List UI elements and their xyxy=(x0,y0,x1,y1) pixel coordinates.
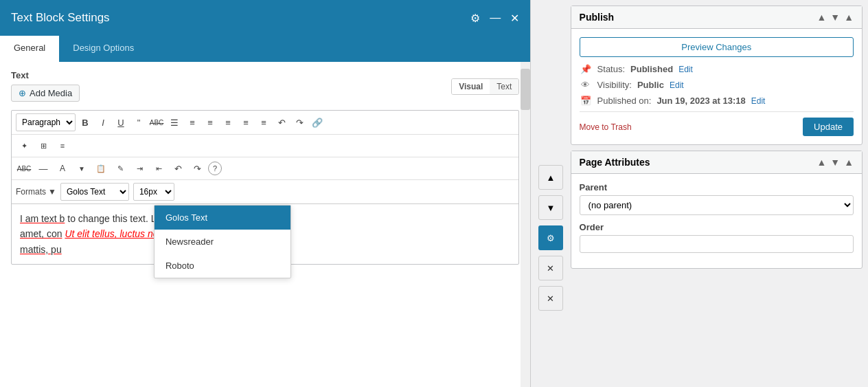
text-content-5: mattis, pu xyxy=(20,244,62,255)
underline-button[interactable]: U xyxy=(113,114,129,131)
close-middle-button2[interactable]: ✕ xyxy=(538,286,563,311)
italic-button[interactable]: I xyxy=(95,114,111,131)
text-content-3: amet, con xyxy=(20,228,62,239)
update-button[interactable]: Update xyxy=(803,118,854,136)
toolbar-row-2: ✦ ⊞ ≡ xyxy=(12,135,518,157)
indent-button[interactable]: ⇥ xyxy=(131,160,148,177)
scrollbar[interactable] xyxy=(521,62,530,387)
status-label: Status: xyxy=(597,64,625,74)
arrow-up-button[interactable]: ▲ xyxy=(538,165,563,190)
arrow-down-button[interactable]: ▼ xyxy=(538,195,563,220)
visibility-edit-link[interactable]: Edit xyxy=(670,80,684,90)
published-label: Published on: xyxy=(597,96,652,106)
toolbar-row-1: Paragraph Heading 1 Heading 2 B I U " AB… xyxy=(12,111,518,135)
publish-footer: Move to Trash Update xyxy=(580,111,854,136)
panel-header: Text Block Settings ⚙ — ✕ xyxy=(0,0,530,36)
ordered-list-button[interactable]: ≡ xyxy=(184,114,201,131)
attr-collapse-up[interactable]: ▲ xyxy=(816,157,826,168)
add-media-label: Add Media xyxy=(30,88,72,98)
published-edit-link[interactable]: Edit xyxy=(751,96,766,106)
font-option-golos[interactable]: Golos Text xyxy=(155,206,290,230)
page-attr-header-icons: ▲ ▼ ▲ xyxy=(816,157,854,168)
font-select[interactable]: Golos Text Newsreader Roboto xyxy=(60,183,129,201)
gear-button[interactable]: ⚙ xyxy=(538,225,563,250)
page-attr-box-body: Parent (no parent) Order xyxy=(571,174,862,268)
scrollbar-thumb[interactable] xyxy=(521,69,530,110)
add-media-icon: ⊕ xyxy=(19,88,26,98)
page-attr-title: Page Attributes xyxy=(580,157,650,168)
special3-button[interactable]: ≡ xyxy=(54,137,71,154)
settings-icon[interactable]: ⚙ xyxy=(470,12,480,25)
link-button[interactable]: 🔗 xyxy=(309,114,326,131)
collapse-up-icon[interactable]: ▲ xyxy=(816,12,826,23)
text-content-1: I am text b xyxy=(20,213,65,224)
eye-icon: 👁 xyxy=(580,80,592,90)
order-input[interactable] xyxy=(580,235,854,253)
visibility-row: 👁 Visibility: Public Edit xyxy=(580,80,854,90)
hr-button[interactable]: — xyxy=(35,160,52,177)
align-left-button[interactable]: ≡ xyxy=(202,114,218,131)
visual-tab[interactable]: Visual xyxy=(452,79,490,94)
middle-column: ▲ ▼ ⚙ ✕ ✕ xyxy=(531,0,570,387)
move-to-trash-link[interactable]: Move to Trash xyxy=(580,122,632,132)
special1-button[interactable]: ✦ xyxy=(16,137,32,154)
collapse-down-icon[interactable]: ▼ xyxy=(830,12,840,23)
align-center-button[interactable]: ≡ xyxy=(220,114,236,131)
preview-changes-button[interactable]: Preview Changes xyxy=(580,37,854,57)
pin-icon: 📌 xyxy=(580,64,592,74)
panel-header-icons: ⚙ — ✕ xyxy=(470,12,519,25)
undo2-button[interactable]: ↶ xyxy=(170,160,186,177)
size-select[interactable]: 16px 12px 14px 18px 24px xyxy=(133,183,174,201)
align-right-button[interactable]: ≡ xyxy=(238,114,254,131)
publish-box: Publish ▲ ▼ ▲ Preview Changes 📌 Status: … xyxy=(571,5,863,145)
status-row: 📌 Status: Published Edit xyxy=(580,64,854,74)
publish-title: Publish xyxy=(580,12,615,23)
page-attributes-box: Page Attributes ▲ ▼ ▲ Parent (no parent)… xyxy=(571,151,863,269)
text-tab[interactable]: Text xyxy=(490,79,518,94)
font-option-newsreader[interactable]: Newsreader xyxy=(155,230,290,254)
status-edit-link[interactable]: Edit xyxy=(678,65,693,74)
published-row: 📅 Published on: Jun 19, 2023 at 13:18 Ed… xyxy=(580,96,854,106)
minimize-icon[interactable]: — xyxy=(490,12,501,24)
eraser-button[interactable]: ✎ xyxy=(112,160,128,177)
font-dropdown-container: Golos Text Newsreader Roboto Golos Text … xyxy=(60,183,129,201)
attr-expand[interactable]: ▲ xyxy=(844,157,854,168)
publish-box-header: Publish ▲ ▼ ▲ xyxy=(571,6,862,29)
visibility-value: Public xyxy=(637,80,664,90)
tabs-row: General Design Options xyxy=(0,36,530,62)
quote-button[interactable]: " xyxy=(130,114,147,131)
page-attr-box-header: Page Attributes ▲ ▼ ▲ xyxy=(571,151,862,174)
tab-general[interactable]: General xyxy=(0,36,59,62)
bold-button[interactable]: B xyxy=(77,114,93,131)
parent-label: Parent xyxy=(580,182,854,192)
expand-icon[interactable]: ▲ xyxy=(844,12,854,23)
attr-collapse-down[interactable]: ▼ xyxy=(830,157,840,168)
font-color-button[interactable]: A xyxy=(54,160,71,177)
undo-button[interactable]: ↶ xyxy=(273,114,290,131)
strikethrough2-button[interactable]: ABC xyxy=(16,160,32,177)
redo-button[interactable]: ↷ xyxy=(291,114,308,131)
formats-button[interactable]: Formats ▼ xyxy=(16,187,56,197)
paragraph-select[interactable]: Paragraph Heading 1 Heading 2 xyxy=(16,113,76,131)
paste-button[interactable]: 📋 xyxy=(93,160,109,177)
redo2-button[interactable]: ↷ xyxy=(189,160,205,177)
align-justify-button[interactable]: ≡ xyxy=(255,114,272,131)
publish-box-body: Preview Changes 📌 Status: Published Edit… xyxy=(571,29,862,144)
special2-button[interactable]: ⊞ xyxy=(35,137,52,154)
indent-left-button[interactable]: ⇤ xyxy=(150,160,167,177)
parent-select[interactable]: (no parent) xyxy=(580,195,854,215)
help-button[interactable]: ? xyxy=(208,162,222,175)
calendar-icon: 📅 xyxy=(580,96,592,106)
add-media-button[interactable]: ⊕ Add Media xyxy=(11,85,80,102)
editor-area: Paragraph Heading 1 Heading 2 B I U " AB… xyxy=(11,110,519,265)
close-icon[interactable]: ✕ xyxy=(510,12,519,25)
tab-design-options[interactable]: Design Options xyxy=(59,36,148,62)
close-middle-button[interactable]: ✕ xyxy=(538,256,563,280)
unordered-list-button[interactable]: ☰ xyxy=(166,114,183,131)
formats-label: Formats xyxy=(16,187,46,197)
published-value: Jun 19, 2023 at 13:18 xyxy=(656,96,745,106)
font-option-roboto[interactable]: Roboto xyxy=(155,254,290,278)
font-dropdown: Golos Text Newsreader Roboto xyxy=(154,205,291,278)
strikethrough-button[interactable]: ABC xyxy=(148,114,165,131)
font-color-arrow[interactable]: ▼ xyxy=(73,160,90,177)
